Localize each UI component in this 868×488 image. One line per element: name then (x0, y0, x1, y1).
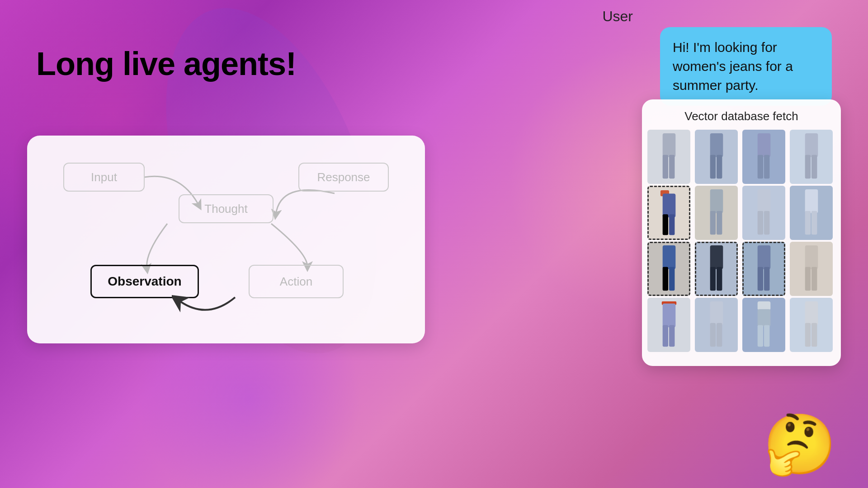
svg-rect-23 (805, 211, 810, 235)
jean-item (647, 298, 690, 352)
jean-item-selected (742, 242, 785, 296)
jean-item-selected (695, 242, 738, 296)
response-box: Response (298, 163, 389, 192)
svg-rect-35 (805, 267, 810, 291)
jean-item (790, 186, 833, 240)
jean-item (695, 298, 738, 352)
svg-rect-36 (811, 267, 817, 291)
jean-item (647, 130, 690, 184)
svg-rect-38 (662, 303, 675, 327)
svg-rect-26 (662, 267, 668, 291)
user-chat-bubble: Hi! I'm looking for women's jeans for a … (660, 27, 832, 106)
jean-item (790, 130, 833, 184)
jean-item-selected (647, 186, 690, 240)
svg-rect-3 (710, 133, 723, 157)
svg-rect-44 (757, 301, 770, 310)
jean-item (742, 298, 785, 352)
svg-rect-25 (662, 245, 675, 269)
svg-rect-32 (757, 267, 763, 291)
vector-database-panel: Vector database fetch (642, 99, 841, 366)
svg-rect-27 (669, 267, 675, 291)
observation-label: Observation (108, 274, 181, 289)
svg-rect-29 (710, 267, 715, 291)
svg-rect-21 (764, 211, 769, 235)
svg-rect-16 (710, 189, 723, 213)
svg-rect-46 (757, 325, 763, 347)
svg-rect-11 (811, 155, 817, 178)
svg-rect-20 (757, 211, 763, 235)
svg-rect-49 (805, 323, 810, 347)
svg-rect-5 (717, 155, 722, 178)
jean-item (742, 130, 785, 184)
svg-rect-48 (805, 301, 818, 325)
thought-label: Thought (204, 202, 247, 216)
input-box: Input (63, 163, 145, 192)
svg-rect-9 (805, 133, 818, 157)
svg-rect-7 (757, 155, 763, 178)
svg-rect-31 (757, 245, 770, 269)
svg-rect-42 (710, 323, 715, 347)
svg-rect-10 (805, 155, 810, 178)
page-title: Long live agents! (36, 45, 296, 82)
svg-rect-1 (662, 155, 668, 178)
svg-rect-50 (811, 323, 817, 347)
svg-rect-40 (669, 325, 675, 347)
action-box: Action (249, 265, 344, 298)
curved-arrow-icon (172, 293, 244, 325)
svg-rect-47 (764, 325, 769, 347)
response-label: Response (317, 170, 370, 184)
svg-rect-2 (669, 155, 675, 178)
svg-rect-45 (757, 309, 770, 326)
svg-rect-8 (764, 155, 769, 178)
svg-rect-0 (662, 133, 675, 157)
svg-rect-39 (662, 325, 668, 347)
thought-box: Thought (179, 194, 274, 223)
jean-item-selected (647, 242, 690, 296)
action-label: Action (280, 275, 312, 289)
svg-rect-15 (669, 214, 675, 235)
diagram-inner: Input Response Thought Observation Actio… (27, 136, 425, 343)
jean-item (790, 242, 833, 296)
svg-rect-30 (717, 267, 722, 291)
svg-rect-4 (710, 155, 715, 178)
svg-rect-17 (710, 211, 715, 235)
input-label: Input (91, 170, 117, 184)
user-label: User (602, 8, 633, 25)
svg-rect-33 (764, 267, 769, 291)
svg-rect-19 (757, 189, 770, 213)
svg-rect-13 (662, 193, 675, 217)
agent-loop-diagram: Input Response Thought Observation Actio… (27, 136, 425, 343)
vector-panel-title: Vector database fetch (642, 99, 841, 130)
svg-rect-28 (710, 245, 723, 269)
jean-item (695, 186, 738, 240)
jean-item (742, 186, 785, 240)
svg-rect-41 (710, 301, 723, 325)
svg-rect-14 (662, 214, 668, 235)
svg-rect-43 (717, 323, 722, 347)
svg-rect-34 (805, 245, 818, 269)
svg-rect-18 (717, 211, 722, 235)
jean-item (695, 130, 738, 184)
jeans-grid (642, 130, 841, 352)
svg-rect-24 (811, 211, 817, 235)
jean-item (790, 298, 833, 352)
svg-rect-22 (805, 189, 818, 213)
svg-rect-6 (757, 133, 770, 157)
confused-emoji: 🤔 (763, 410, 836, 479)
